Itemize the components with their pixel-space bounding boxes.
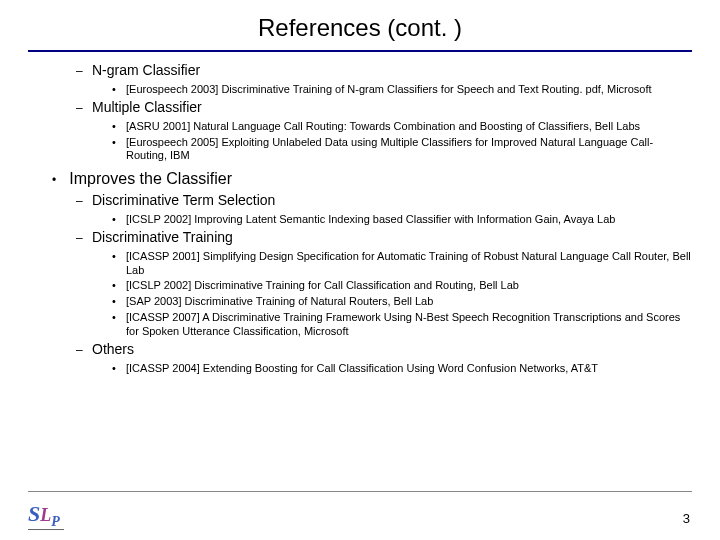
sub-heading: – Discriminative Training xyxy=(76,229,692,247)
dash-icon: – xyxy=(76,101,92,116)
reference-item: • [ASRU 2001] Natural Language Call Rout… xyxy=(112,120,692,134)
bullet-icon: • xyxy=(112,295,126,309)
content-area: – N-gram Classifier • [Eurospeech 2003] … xyxy=(28,62,692,376)
main-heading: • Improves the Classifier xyxy=(52,169,692,189)
reference-text: [ICASSP 2007] A Discriminative Training … xyxy=(126,311,692,339)
page-number: 3 xyxy=(683,511,690,526)
logo-letter-s: S xyxy=(28,501,40,526)
reference-item: • [ICSLP 2002] Discriminative Training f… xyxy=(112,279,692,293)
reference-item: • [ICASSP 2001] Simplifying Design Speci… xyxy=(112,250,692,278)
reference-text: [Eurospeech 2003] Discriminative Trainin… xyxy=(126,83,652,97)
heading-text: Discriminative Training xyxy=(92,229,233,247)
bullet-icon: • xyxy=(112,311,126,325)
dash-icon: – xyxy=(76,231,92,246)
title-rule xyxy=(28,50,692,52)
heading-text: Discriminative Term Selection xyxy=(92,192,275,210)
bullet-icon: • xyxy=(52,173,66,188)
reference-text: [SAP 2003] Discriminative Training of Na… xyxy=(126,295,433,309)
bullet-icon: • xyxy=(112,83,126,97)
bullet-icon: • xyxy=(112,213,126,227)
sub-heading: – N-gram Classifier xyxy=(76,62,692,80)
bullet-icon: • xyxy=(112,279,126,293)
reference-text: [ASRU 2001] Natural Language Call Routin… xyxy=(126,120,640,134)
reference-item: • [ICASSP 2004] Extending Boosting for C… xyxy=(112,362,692,376)
sub-heading: – Others xyxy=(76,341,692,359)
heading-text: Others xyxy=(92,341,134,359)
bullet-icon: • xyxy=(112,250,126,264)
reference-item: • [ICASSP 2007] A Discriminative Trainin… xyxy=(112,311,692,339)
bullet-icon: • xyxy=(112,120,126,134)
footer-rule xyxy=(28,491,692,492)
reference-text: [ICASSP 2004] Extending Boosting for Cal… xyxy=(126,362,598,376)
logo-letter-p: P xyxy=(51,514,60,529)
reference-text: [ICSLP 2002] Discriminative Training for… xyxy=(126,279,519,293)
reference-text: [Eurospeech 2005] Exploiting Unlabeled D… xyxy=(126,136,692,164)
slide-title: References (cont. ) xyxy=(0,0,720,50)
reference-item: • [Eurospeech 2003] Discriminative Train… xyxy=(112,83,692,97)
reference-item: • [ICSLP 2002] Improving Latent Semantic… xyxy=(112,213,692,227)
main-heading-text: Improves the Classifier xyxy=(69,170,232,187)
logo-letter-l: L xyxy=(40,505,51,525)
bullet-icon: • xyxy=(112,362,126,376)
reference-text: [ICSLP 2002] Improving Latent Semantic I… xyxy=(126,213,615,227)
reference-item: • [SAP 2003] Discriminative Training of … xyxy=(112,295,692,309)
dash-icon: – xyxy=(76,343,92,358)
dash-icon: – xyxy=(76,64,92,79)
sub-heading: – Multiple Classifier xyxy=(76,99,692,117)
heading-text: N-gram Classifier xyxy=(92,62,200,80)
reference-text: [ICASSP 2001] Simplifying Design Specifi… xyxy=(126,250,692,278)
bullet-icon: • xyxy=(112,136,126,150)
heading-text: Multiple Classifier xyxy=(92,99,202,117)
slp-logo: SLP xyxy=(28,501,60,530)
sub-heading: – Discriminative Term Selection xyxy=(76,192,692,210)
slide: References (cont. ) – N-gram Classifier … xyxy=(0,0,720,540)
logo-underline xyxy=(28,529,64,530)
reference-item: • [Eurospeech 2005] Exploiting Unlabeled… xyxy=(112,136,692,164)
dash-icon: – xyxy=(76,194,92,209)
